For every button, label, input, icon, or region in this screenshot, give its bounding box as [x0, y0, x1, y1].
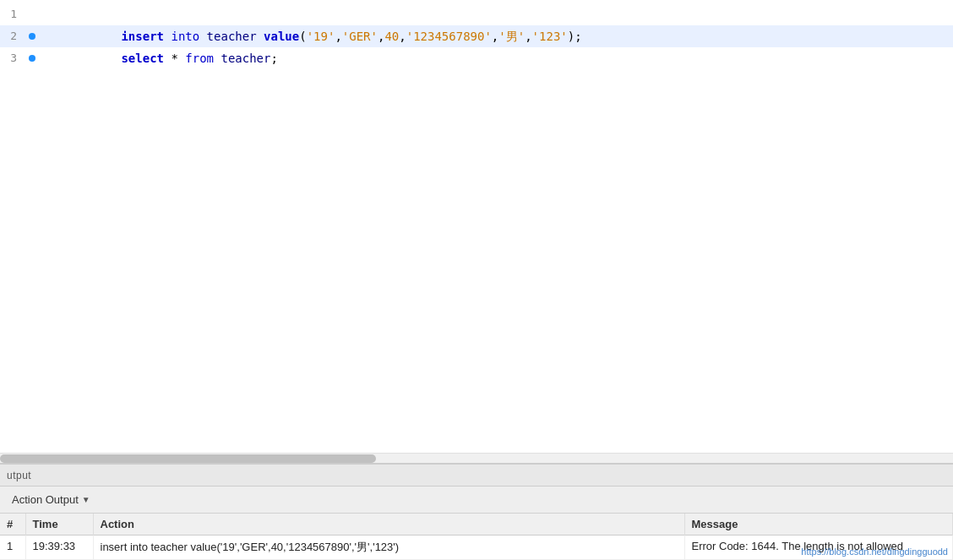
row-action: insert into teacher value('19','GER',40,…	[93, 536, 684, 560]
code-editor[interactable]: 1 2 insert into teacher value('19','GER'…	[0, 0, 953, 453]
scrollbar-thumb[interactable]	[0, 454, 376, 463]
horizontal-scrollbar[interactable]	[0, 453, 953, 463]
code-lines-container: 1 2 insert into teacher value('19','GER'…	[0, 0, 953, 453]
line-dot-2	[25, 33, 39, 40]
output-tabs-bar: Action Output ▼	[0, 487, 953, 514]
line-content-3: select * from teacher;	[39, 25, 278, 91]
col-header-message: Message	[684, 514, 953, 536]
action-output-tab-label: Action Output	[12, 493, 79, 506]
breakpoint-dot-2	[29, 33, 35, 40]
row-num: 1	[0, 536, 25, 560]
col-header-num: #	[0, 514, 25, 536]
line-number-1: 1	[0, 3, 25, 25]
line-number-3: 3	[0, 47, 25, 69]
action-output-tab[interactable]: Action Output ▼	[5, 490, 97, 509]
output-header-label: utput	[7, 470, 31, 481]
col-header-time: Time	[25, 514, 93, 536]
row-time: 19:39:33	[25, 536, 93, 560]
line-dot-3	[25, 55, 39, 62]
watermark: https://blog.csdn.net/dingdingguodd	[801, 546, 948, 557]
tab-dropdown-arrow: ▼	[82, 495, 90, 504]
output-panel: utput Action Output ▼ # Time Action Mess…	[0, 463, 953, 560]
line-number-2: 2	[0, 25, 25, 47]
output-header-bar: utput	[0, 465, 953, 487]
breakpoint-dot-3	[29, 55, 35, 62]
col-header-action: Action	[93, 514, 684, 536]
table-header-row: # Time Action Message	[0, 514, 953, 536]
